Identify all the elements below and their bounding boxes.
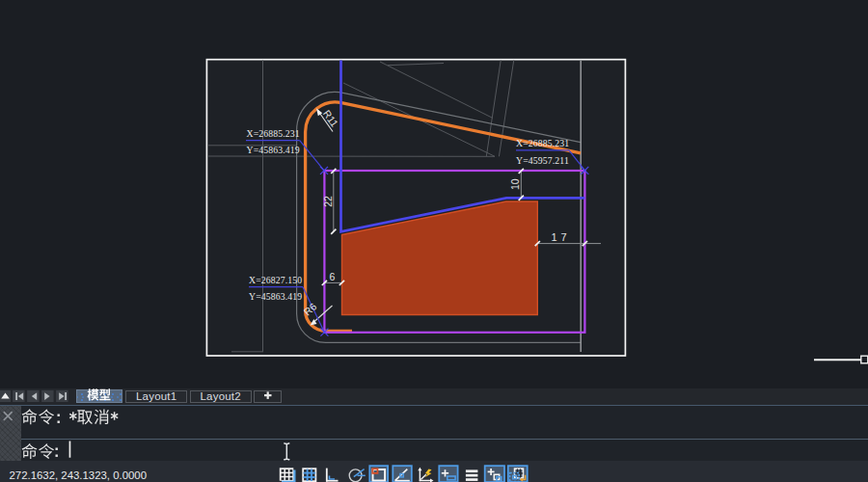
svg-text:272.1632, 243.1323, 0.0000: 272.1632, 243.1323, 0.0000 — [10, 469, 148, 481]
